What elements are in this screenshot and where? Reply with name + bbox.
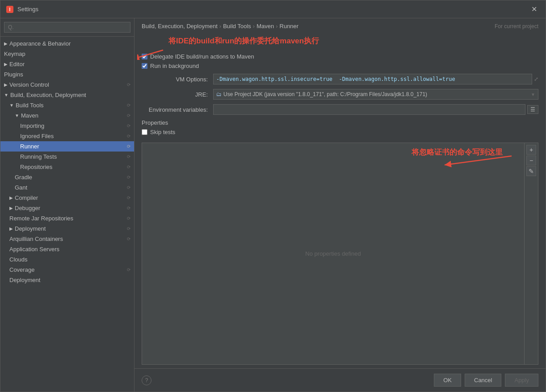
env-control: ☰ <box>213 104 538 115</box>
sidebar-item-label: Remote Jar Repositories <box>9 215 73 222</box>
sidebar-item-label: Running Tests <box>20 153 57 160</box>
sidebar-item-maven[interactable]: ▼ Maven ⟳ <box>0 110 134 121</box>
chevron-icon: ▶ <box>9 195 13 200</box>
sync-icon: ⟳ <box>127 123 130 128</box>
sidebar-item-repositories[interactable]: Repositories ⟳ <box>0 162 134 172</box>
sidebar-item-compiler[interactable]: ▶ Compiler ⟳ <box>0 193 134 203</box>
sidebar-item-label: Build, Execution, Deployment <box>10 92 86 98</box>
sync-icon: ⟳ <box>127 175 130 180</box>
sync-icon: ⟳ <box>127 185 130 190</box>
sidebar-item-plugins[interactable]: Plugins <box>0 69 134 80</box>
sidebar: ▶ Appearance & Behavior Keymap ▶ Editor … <box>0 18 134 392</box>
vm-options-control: ⤢ <box>213 74 538 84</box>
sidebar-item-label: Compiler <box>15 194 38 201</box>
sync-icon: ⟳ <box>127 206 130 211</box>
sidebar-item-gradle[interactable]: Gradle ⟳ <box>0 172 134 182</box>
properties-label: Properties <box>142 119 538 126</box>
chevron-icon: ▶ <box>9 206 13 211</box>
chevron-icon: ▼ <box>9 103 14 108</box>
sync-icon: ⟳ <box>127 216 130 221</box>
sidebar-item-running-tests[interactable]: Running Tests ⟳ <box>0 152 134 162</box>
sidebar-item-arquillian[interactable]: Arquillian Containers ⟳ <box>0 234 134 244</box>
sidebar-item-runner[interactable]: Runner ⟳ <box>0 141 134 152</box>
sidebar-item-version-control[interactable]: ▶ Version Control ⟳ <box>0 80 134 90</box>
sync-icon: ⟳ <box>127 154 130 159</box>
sidebar-item-importing[interactable]: Importing ⟳ <box>0 121 134 131</box>
search-box <box>0 18 134 37</box>
skip-tests-checkbox[interactable] <box>142 129 147 135</box>
env-input[interactable] <box>213 104 525 115</box>
expand-icon[interactable]: ⤢ <box>534 76 538 82</box>
sidebar-item-appearance[interactable]: ▶ Appearance & Behavior <box>0 38 134 49</box>
svg-line-2 <box>139 50 163 57</box>
sidebar-item-label: Repositories <box>20 164 52 170</box>
apply-button[interactable]: Apply <box>505 374 538 387</box>
sidebar-item-label: Build Tools <box>16 102 44 109</box>
sidebar-item-label: Importing <box>20 122 44 129</box>
breadcrumb-part-3: Maven <box>256 23 274 30</box>
sync-icon: ⟳ <box>127 267 130 272</box>
delegate-label[interactable]: Delegate IDE build/run actions to Maven <box>150 53 254 60</box>
sync-icon: ⟳ <box>127 103 130 108</box>
sidebar-item-debugger[interactable]: ▶ Debugger ⟳ <box>0 203 134 213</box>
sidebar-item-build-tools[interactable]: ▼ Build Tools ⟳ <box>0 100 134 110</box>
chevron-icon: ▶ <box>4 62 8 67</box>
chevron-icon: ▶ <box>9 226 13 231</box>
for-current-label: For current project <box>495 23 538 30</box>
ok-button[interactable]: OK <box>434 374 461 387</box>
delegate-checkbox-row: Delegate IDE build/run actions to Maven <box>142 53 538 60</box>
skip-tests-label[interactable]: Skip tests <box>150 129 175 135</box>
sidebar-item-app-servers[interactable]: Application Servers <box>0 244 134 254</box>
sync-icon: ⟳ <box>127 113 130 118</box>
sync-icon: ⟳ <box>127 226 130 231</box>
sidebar-item-label: Appearance & Behavior <box>9 40 71 47</box>
close-button[interactable]: ✕ <box>528 3 540 16</box>
breadcrumb-sep-1: › <box>219 23 221 30</box>
sidebar-item-clouds[interactable]: Clouds <box>0 254 134 265</box>
chevron-icon: ▼ <box>4 93 8 97</box>
env-browse-button[interactable]: ☰ <box>527 105 538 114</box>
jre-select[interactable]: 🗂 Use Project JDK (java version "1.8.0_1… <box>213 89 538 100</box>
sync-icon: ⟳ <box>127 236 130 241</box>
annotation-text-delegate: 将IDE的build和run的操作委托给maven执行 <box>168 36 319 46</box>
sidebar-item-editor[interactable]: ▶ Editor <box>0 59 134 69</box>
cancel-button[interactable]: Cancel <box>465 374 501 387</box>
background-label[interactable]: Run in background <box>150 63 199 69</box>
sidebar-item-ignored-files[interactable]: Ignored Files ⟳ <box>0 131 134 141</box>
sidebar-item-keymap[interactable]: Keymap <box>0 49 134 59</box>
chevron-icon: ▶ <box>4 41 8 46</box>
help-button[interactable]: ? <box>142 375 151 385</box>
jre-label: JRE: <box>142 91 213 98</box>
jre-value: Use Project JDK (java version "1.8.0_171… <box>223 91 427 97</box>
sync-icon: ⟳ <box>127 82 130 87</box>
sidebar-item-label: Arquillian Containers <box>9 236 63 242</box>
sidebar-item-label: Plugins <box>4 71 23 78</box>
sidebar-item-remote-jar-repos[interactable]: Remote Jar Repositories ⟳ <box>0 213 134 223</box>
chevron-icon: ▼ <box>15 113 19 118</box>
sidebar-item-label: Editor <box>9 61 25 67</box>
vm-options-row: VM Options: ⤢ <box>142 74 538 84</box>
sync-icon: ⟳ <box>127 144 130 149</box>
arrow-icon <box>137 46 164 60</box>
sync-icon: ⟳ <box>127 195 130 200</box>
search-input[interactable] <box>4 22 130 33</box>
title-bar: I Settings ✕ <box>0 0 546 18</box>
env-row: Environment variables: ☰ <box>142 104 538 115</box>
app-icon: I <box>6 5 14 13</box>
properties-content: No properties defined <box>142 143 524 364</box>
background-checkbox-row: Run in background <box>142 63 538 69</box>
window-title: Settings <box>17 6 528 13</box>
vm-options-label: VM Options: <box>142 76 213 83</box>
background-checkbox[interactable] <box>142 63 147 69</box>
sidebar-item-build-exec-deploy[interactable]: ▼ Build, Execution, Deployment <box>0 90 134 100</box>
breadcrumb: Build, Execution, Deployment › Build Too… <box>134 18 546 32</box>
vm-options-input[interactable] <box>213 74 532 84</box>
sidebar-item-coverage[interactable]: Coverage ⟳ <box>0 265 134 275</box>
annotation-delegate: 将IDE的build和run的操作委托给maven执行 <box>142 36 538 46</box>
sidebar-item-gant[interactable]: Gant ⟳ <box>0 182 134 193</box>
sidebar-item-deployment2[interactable]: Deployment <box>0 275 134 285</box>
breadcrumb-part-1: Build, Execution, Deployment <box>142 23 218 30</box>
skip-tests-row: Skip tests <box>142 129 538 135</box>
sidebar-item-deployment[interactable]: ▶ Deployment ⟳ <box>0 223 134 234</box>
sidebar-item-label: Gradle <box>15 174 32 181</box>
